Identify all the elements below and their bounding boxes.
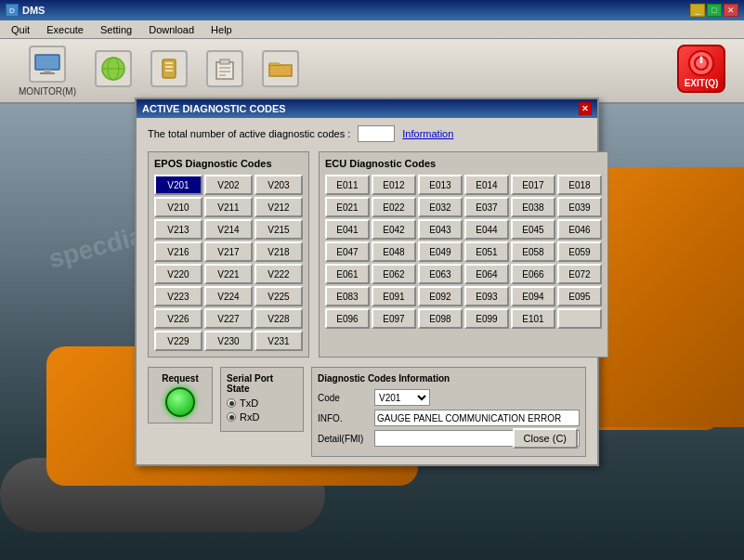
tool5-button[interactable]: [262, 50, 299, 91]
dialog-title-text: ACTIVE DIAGNOSTIC CODES: [142, 103, 286, 114]
ecu-code-E037[interactable]: E037: [464, 197, 509, 217]
epos-code-V227[interactable]: V227: [204, 308, 253, 329]
tool2-button[interactable]: [95, 50, 132, 91]
epos-code-V217[interactable]: V217: [204, 241, 253, 262]
ecu-code-E091[interactable]: E091: [372, 286, 416, 306]
ecu-code-E011[interactable]: E011: [325, 175, 370, 195]
epos-code-V225[interactable]: V225: [255, 286, 303, 306]
rxd-radio[interactable]: [227, 412, 236, 422]
epos-code-V231[interactable]: V231: [255, 331, 303, 351]
tool3-button[interactable]: [150, 50, 188, 91]
ecu-code-E092[interactable]: E092: [418, 286, 463, 306]
dialog-title-bar: ACTIVE DIAGNOSTIC CODES ✕: [137, 99, 597, 118]
menu-quit[interactable]: Quit: [4, 22, 37, 37]
ecu-code-E017[interactable]: E017: [511, 175, 555, 195]
ecu-code-E063[interactable]: E063: [418, 264, 463, 284]
serial-port-box: Serial Port State TxD RxD: [220, 367, 304, 432]
ecu-code-E066[interactable]: E066: [511, 264, 555, 284]
ecu-code-E047[interactable]: E047: [325, 241, 370, 262]
ecu-code-E021[interactable]: E021: [325, 197, 370, 217]
tool4-button[interactable]: [206, 50, 243, 91]
epos-code-V220[interactable]: V220: [154, 264, 202, 284]
ecu-code-E095[interactable]: E095: [557, 286, 602, 306]
ecu-code-E096[interactable]: E096: [325, 308, 370, 329]
ecu-code-E051[interactable]: E051: [464, 241, 509, 262]
ecu-code-E042[interactable]: E042: [372, 219, 416, 240]
ecu-code-E101[interactable]: E101: [511, 308, 555, 329]
ecu-code-E018[interactable]: E018: [557, 175, 602, 195]
wrench-icon: [150, 50, 188, 87]
epos-code-V229[interactable]: V229: [154, 331, 202, 351]
ecu-code-E049[interactable]: E049: [418, 241, 463, 262]
epos-code-V202[interactable]: V202: [204, 175, 253, 195]
ecu-code-E032[interactable]: E032: [418, 197, 463, 217]
ecu-code-E045[interactable]: E045: [511, 219, 555, 240]
epos-code-V221[interactable]: V221: [204, 264, 253, 284]
ecu-code-E013[interactable]: E013: [418, 175, 463, 195]
txd-radio[interactable]: [227, 398, 236, 408]
ecu-code-E058[interactable]: E058: [511, 241, 555, 262]
ecu-code-E043[interactable]: E043: [418, 219, 463, 240]
ecu-code-E061[interactable]: E061: [325, 264, 370, 284]
epos-code-V203[interactable]: V203: [255, 175, 303, 195]
epos-code-V210[interactable]: V210: [154, 197, 202, 217]
menu-download[interactable]: Download: [141, 22, 202, 37]
close-window-button[interactable]: ✕: [724, 4, 738, 17]
epos-code-V224[interactable]: V224: [204, 286, 253, 306]
rxd-dot: [229, 415, 234, 420]
epos-code-V214[interactable]: V214: [204, 219, 253, 240]
monitor-button[interactable]: MONITOR(M): [19, 46, 76, 97]
ecu-code-E048[interactable]: E048: [372, 241, 416, 262]
total-count-input[interactable]: [358, 125, 395, 142]
ecu-code-E094[interactable]: E094: [511, 286, 555, 306]
minimize-button[interactable]: _: [690, 4, 705, 17]
menu-execute[interactable]: Execute: [39, 22, 91, 37]
diag-info-input[interactable]: [374, 410, 580, 426]
ecu-group: ECU Diagnostic Codes E011E012E013E014E01…: [319, 151, 608, 358]
menu-setting[interactable]: Setting: [93, 22, 139, 37]
ecu-code-E083[interactable]: E083: [325, 286, 370, 306]
ecu-code-E038[interactable]: E038: [511, 197, 555, 217]
diag-code-row: Code V201: [318, 389, 580, 406]
epos-code-V211[interactable]: V211: [204, 197, 253, 217]
epos-code-V228[interactable]: V228: [255, 308, 303, 329]
epos-code-V218[interactable]: V218: [255, 241, 303, 262]
epos-code-V215[interactable]: V215: [255, 219, 303, 240]
epos-code-V213[interactable]: V213: [154, 219, 202, 240]
epos-group: EPOS Diagnostic Codes V201V202V203V210V2…: [148, 151, 309, 358]
ecu-code-E064[interactable]: E064: [464, 264, 509, 284]
info-link[interactable]: Information: [402, 128, 453, 139]
ecu-code-E039[interactable]: E039: [557, 197, 602, 217]
ecu-code-E041[interactable]: E041: [325, 219, 370, 240]
dialog-content: The total number of active diagnostic co…: [137, 118, 597, 464]
epos-code-V226[interactable]: V226: [154, 308, 202, 329]
ecu-code-E099[interactable]: E099: [464, 308, 509, 329]
request-title: Request: [162, 373, 198, 384]
dialog-close-button[interactable]: ✕: [579, 102, 592, 115]
ecu-code-E059[interactable]: E059: [557, 241, 602, 262]
epos-code-V212[interactable]: V212: [255, 197, 303, 217]
epos-code-V230[interactable]: V230: [204, 331, 253, 351]
ecu-code-E022[interactable]: E022: [372, 197, 416, 217]
ecu-code-E072[interactable]: E072: [557, 264, 602, 284]
ecu-code-E062[interactable]: E062: [372, 264, 416, 284]
ecu-code-E044[interactable]: E044: [464, 219, 509, 240]
diag-code-select[interactable]: V201: [374, 389, 430, 406]
epos-code-V223[interactable]: V223: [154, 286, 202, 306]
exit-button[interactable]: EXIT(Q): [677, 45, 725, 93]
epos-code-V201[interactable]: V201: [154, 175, 202, 195]
rxd-label: RxD: [240, 411, 259, 423]
maximize-button[interactable]: □: [707, 4, 722, 17]
exit-label: EXIT(Q): [685, 78, 719, 88]
epos-code-V222[interactable]: V222: [255, 264, 303, 284]
ecu-code-E012[interactable]: E012: [372, 175, 416, 195]
close-button[interactable]: Close (C): [513, 428, 578, 449]
epos-code-V216[interactable]: V216: [154, 241, 202, 262]
ecu-code-E097[interactable]: E097: [372, 308, 416, 329]
ecu-code-grid: E011E012E013E014E017E018E021E022E032E037…: [325, 175, 602, 329]
ecu-code-E046[interactable]: E046: [557, 219, 602, 240]
ecu-code-E014[interactable]: E014: [464, 175, 509, 195]
ecu-code-E093[interactable]: E093: [464, 286, 509, 306]
ecu-code-E098[interactable]: E098: [418, 308, 463, 329]
menu-help[interactable]: Help: [203, 22, 240, 37]
